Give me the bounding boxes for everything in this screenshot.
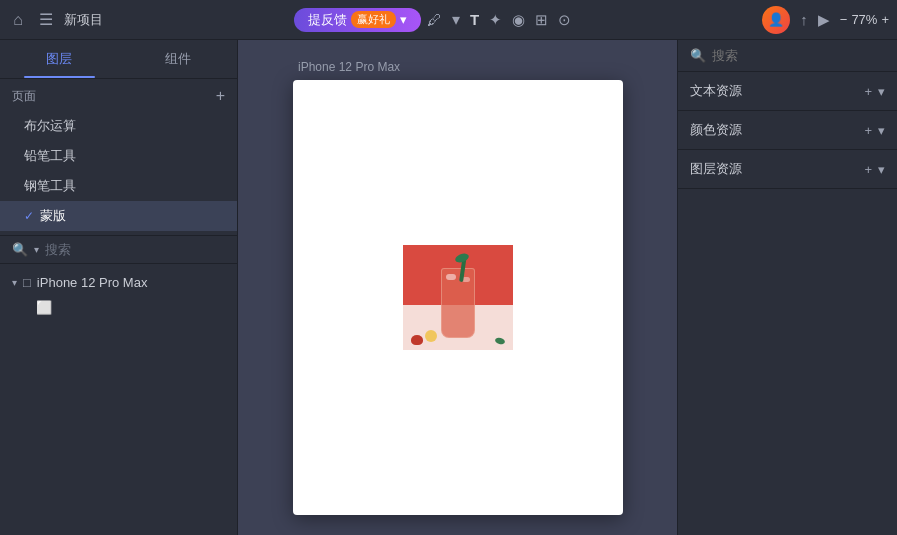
text-tool[interactable]: T xyxy=(470,11,479,28)
page-item-pen[interactable]: 钢笔工具 xyxy=(0,171,237,201)
layer-search-bar: 🔍 ▾ xyxy=(0,238,237,261)
tab-components[interactable]: 组件 xyxy=(119,40,238,78)
layer-resource-header[interactable]: 图层资源 + ▾ xyxy=(678,150,897,188)
layer-image[interactable]: ⬜ xyxy=(0,295,237,320)
text-resource-expand[interactable]: ▾ xyxy=(878,84,885,99)
zoom-level[interactable]: 77% xyxy=(851,12,877,27)
layer-resource-actions: + ▾ xyxy=(864,162,885,177)
image-icon: ⬜ xyxy=(36,300,52,315)
layer-section: ▾ □ iPhone 12 Pro Max ⬜ xyxy=(0,266,237,324)
divider-1 xyxy=(0,235,237,236)
topbar-left: ⌂ ☰ 新项目 xyxy=(8,10,103,30)
phone-frame xyxy=(293,80,623,515)
text-resource-section: 文本资源 + ▾ xyxy=(678,72,897,111)
avatar[interactable]: 👤 xyxy=(762,6,790,34)
menu-icon[interactable]: ☰ xyxy=(36,10,56,30)
topbar-tools: 🖊 ▾ T ✦ ◉ ⊞ ⊙ xyxy=(427,10,571,29)
pages-label: 页面 xyxy=(12,88,36,105)
text-resource-header[interactable]: 文本资源 + ▾ xyxy=(678,72,897,110)
grid-tool[interactable]: ⊞ xyxy=(535,11,548,29)
zoom-control: − 77% + xyxy=(840,12,889,27)
topbar-right: 👤 ↑ ▶ − 77% + xyxy=(762,6,889,34)
page-item-mask[interactable]: ✓ 蒙版 xyxy=(0,201,237,231)
right-search-bar: 🔍 xyxy=(678,40,897,72)
tab-layers[interactable]: 图层 xyxy=(0,40,119,78)
share-button[interactable]: ↑ xyxy=(800,11,808,28)
frame-label: iPhone 12 Pro Max xyxy=(298,60,400,74)
expand-icon: ▾ xyxy=(12,277,17,288)
right-search-input[interactable] xyxy=(712,48,885,63)
search-dropdown: ▾ xyxy=(34,244,39,255)
zoom-plus[interactable]: + xyxy=(881,12,889,27)
circle-tool[interactable]: ◉ xyxy=(512,11,525,29)
layer-resource-add[interactable]: + xyxy=(864,162,872,177)
project-title: 新项目 xyxy=(64,11,103,29)
topbar: ⌂ ☰ 新项目 提反馈 赢好礼 ▾ 🖊 ▾ T ✦ ◉ ⊞ ⊙ 👤 ↑ ▶ − … xyxy=(0,0,897,40)
color-resource-actions: + ▾ xyxy=(864,123,885,138)
text-resource-label: 文本资源 xyxy=(690,82,742,100)
layer-resource-section: 图层资源 + ▾ xyxy=(678,150,897,189)
left-panel: 图层 组件 页面 + 布尔运算 铅笔工具 钢笔工具 ✓ 蒙版 xyxy=(0,40,238,535)
canvas-area[interactable]: iPhone 12 Pro Max xyxy=(238,40,677,535)
play-button[interactable]: ▶ xyxy=(818,11,830,29)
pen-tool[interactable]: 🖊 xyxy=(427,11,442,28)
pages-header: 页面 + xyxy=(0,79,237,109)
add-page-button[interactable]: + xyxy=(216,87,225,105)
drink-image xyxy=(403,245,513,350)
color-resource-expand[interactable]: ▾ xyxy=(878,123,885,138)
divider-2 xyxy=(0,263,237,264)
topbar-center: 提反馈 赢好礼 ▾ 🖊 ▾ T ✦ ◉ ⊞ ⊙ xyxy=(109,8,756,32)
layer-resource-expand[interactable]: ▾ xyxy=(878,162,885,177)
text-resource-actions: + ▾ xyxy=(864,84,885,99)
move-tool[interactable]: ✦ xyxy=(489,11,502,29)
layer-resource-label: 图层资源 xyxy=(690,160,742,178)
project-pill-badge: 赢好礼 xyxy=(351,11,396,28)
right-search-icon: 🔍 xyxy=(690,48,706,63)
main-body: 图层 组件 页面 + 布尔运算 铅笔工具 钢笔工具 ✓ 蒙版 xyxy=(0,40,897,535)
panel-tabs: 图层 组件 xyxy=(0,40,237,79)
page-item-pencil[interactable]: 铅笔工具 xyxy=(0,141,237,171)
project-pill-arrow: ▾ xyxy=(400,12,407,27)
text-resource-add[interactable]: + xyxy=(864,84,872,99)
page-item-boolean[interactable]: 布尔运算 xyxy=(0,111,237,141)
color-resource-label: 颜色资源 xyxy=(690,121,742,139)
color-resource-header[interactable]: 颜色资源 + ▾ xyxy=(678,111,897,149)
settings-tool[interactable]: ⊙ xyxy=(558,11,571,29)
color-resource-add[interactable]: + xyxy=(864,123,872,138)
right-panel: 🔍 文本资源 + ▾ 颜色资源 + ▾ 图层资源 xyxy=(677,40,897,535)
frame-icon: □ xyxy=(23,275,31,290)
pen-dropdown[interactable]: ▾ xyxy=(452,10,460,29)
page-list: 布尔运算 铅笔工具 钢笔工具 ✓ 蒙版 xyxy=(0,109,237,233)
home-icon[interactable]: ⌂ xyxy=(8,10,28,30)
layer-iphone-frame[interactable]: ▾ □ iPhone 12 Pro Max xyxy=(0,270,237,295)
layer-search-input[interactable] xyxy=(45,242,225,257)
color-resource-section: 颜色资源 + ▾ xyxy=(678,111,897,150)
project-pill-label: 提反馈 xyxy=(308,11,347,29)
zoom-minus[interactable]: − xyxy=(840,12,848,27)
layer-label-iphone: iPhone 12 Pro Max xyxy=(37,275,148,290)
project-pill[interactable]: 提反馈 赢好礼 ▾ xyxy=(294,8,421,32)
search-icon: 🔍 xyxy=(12,242,28,257)
